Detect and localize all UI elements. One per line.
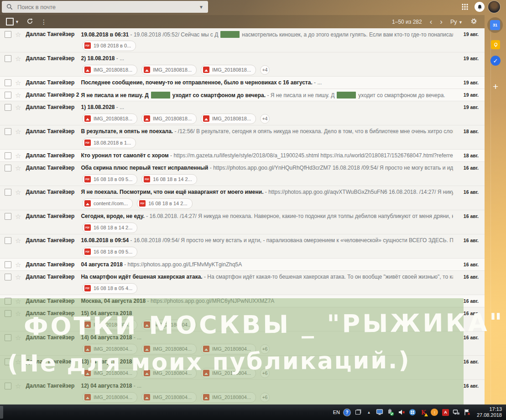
network-status-icon[interactable] — [453, 409, 460, 416]
email-row[interactable]: ☆ Даллас Тангейзер 13) 04 августа 2018 -… — [0, 356, 485, 380]
row-checkbox[interactable] — [5, 298, 11, 305]
star-icon[interactable]: ☆ — [15, 31, 21, 38]
row-checkbox[interactable] — [5, 104, 11, 111]
star-icon[interactable]: ☆ — [15, 213, 21, 220]
star-icon[interactable]: ☆ — [15, 104, 21, 111]
language-indicator[interactable]: EN — [333, 410, 340, 415]
more-options-button[interactable]: ⋮ — [41, 19, 47, 25]
star-icon[interactable]: ☆ — [15, 165, 21, 171]
email-row[interactable]: ☆ Даллас Тангейзер 2 Я не писала и не пи… — [0, 89, 485, 101]
tasks-icon[interactable]: ✓ — [490, 56, 501, 66]
star-icon[interactable]: ☆ — [15, 79, 21, 86]
attachment-chip[interactable]: IMG_20180804... — [141, 320, 197, 330]
star-icon[interactable]: ☆ — [15, 55, 21, 62]
attachment-chip[interactable]: IMG_20180818... — [201, 114, 256, 124]
volume-muted-icon[interactable] — [398, 409, 406, 416]
attachment-chip[interactable]: PDF19 08 2018 в 0... — [82, 41, 136, 51]
star-icon[interactable]: ☆ — [15, 128, 21, 135]
email-row[interactable]: ☆ Даллас Тангейзер Я не поехала. Посмотр… — [0, 186, 485, 210]
attachment-chip[interactable]: IMG_20180804... — [201, 368, 256, 379]
attachment-chip[interactable]: PDF16 08 18 в 14 2... — [137, 198, 192, 209]
attachment-chip[interactable]: PDF16 08 18 в 14 2... — [141, 174, 197, 185]
newer-page-button[interactable]: ‹ — [430, 18, 433, 26]
attachment-chip[interactable]: content://com... — [82, 198, 133, 209]
star-icon[interactable]: ☆ — [15, 310, 21, 317]
attachment-chip[interactable]: PDF16 08 18 в 09 5... — [82, 174, 137, 185]
attachment-chip[interactable]: IMG_20180818... — [82, 65, 137, 75]
email-row[interactable]: ☆ Даллас Тангейзер 16.08.2018 в 09:54 - … — [0, 234, 485, 259]
update-available-icon[interactable]: ↑ — [431, 409, 438, 416]
star-icon[interactable]: ☆ — [15, 261, 21, 268]
attachment-chip[interactable]: IMG_20180818... — [201, 65, 256, 75]
email-row[interactable]: ☆ Даллас Тангейзер Кто уронил тот самолё… — [0, 150, 485, 162]
attachment-chip[interactable]: IMG_20180804... — [141, 368, 197, 379]
row-checkbox[interactable] — [5, 152, 11, 159]
email-row[interactable]: ☆ Даллас Тангейзер 19.08.2018 в 06:31 - … — [0, 28, 485, 52]
row-checkbox[interactable] — [5, 334, 11, 341]
apps-grid-icon[interactable] — [461, 3, 469, 11]
more-attachments-badge[interactable]: +6 — [260, 344, 270, 354]
row-checkbox[interactable] — [5, 358, 11, 365]
select-all-checkbox[interactable]: ▼ — [6, 18, 19, 26]
avatar[interactable] — [488, 1, 500, 13]
taskbar-clock[interactable]: 17:13 27.08.2018 — [477, 406, 503, 418]
row-checkbox[interactable] — [5, 128, 11, 135]
row-checkbox[interactable] — [5, 92, 11, 99]
star-icon[interactable]: ☆ — [15, 274, 21, 280]
show-hidden-icons-button[interactable]: ▲ — [365, 409, 373, 416]
email-row[interactable]: ☆ Даллас Тангейзер 12) 04 августа 2018 -… — [0, 380, 485, 404]
more-attachments-badge[interactable]: +4 — [260, 114, 270, 124]
attachment-chip[interactable]: PDF16 08 18 в 14 2... — [82, 223, 137, 233]
row-checkbox[interactable] — [5, 79, 11, 86]
email-row[interactable]: ☆ Даллас Тангейзер 1) 18.08.2028 - ... 1… — [0, 101, 485, 125]
more-attachments-badge[interactable]: +4 — [260, 65, 270, 75]
select-caret-icon[interactable]: ▼ — [15, 20, 19, 24]
attachment-chip[interactable]: PDF16 08 18 в 09 5... — [82, 247, 137, 257]
attachment-chip[interactable]: IMG_20180804... — [201, 392, 256, 403]
row-checkbox[interactable] — [5, 31, 11, 38]
remote-desktop-icon[interactable] — [376, 409, 384, 416]
star-icon[interactable]: ☆ — [15, 358, 21, 365]
windows-update-icon[interactable] — [409, 409, 417, 416]
row-checkbox[interactable] — [5, 213, 11, 220]
action-center-flag-icon[interactable] — [464, 409, 471, 416]
email-row[interactable]: ☆ Даллас Тангейзер 15) 04 августа 2018 1… — [0, 307, 485, 332]
attachment-chip[interactable]: IMG_20180804... — [82, 392, 137, 403]
star-icon[interactable]: ☆ — [15, 92, 21, 99]
row-checkbox[interactable] — [5, 261, 11, 268]
row-checkbox[interactable] — [5, 55, 11, 62]
attachment-chip[interactable]: IMG_20180804... — [141, 392, 197, 403]
email-row[interactable]: ☆ Даллас Тангейзер В результате, я опять… — [0, 125, 485, 150]
row-checkbox[interactable] — [5, 383, 11, 389]
email-row[interactable]: ☆ Даллас Тангейзер 04 августа 2018 - htt… — [0, 259, 485, 271]
older-page-button[interactable]: › — [440, 18, 443, 26]
email-row[interactable]: ☆ Даллас Тангейзер Москва, 04 августа 20… — [0, 295, 485, 307]
row-checkbox[interactable] — [5, 189, 11, 196]
row-checkbox[interactable] — [5, 274, 11, 280]
row-checkbox[interactable] — [5, 165, 11, 171]
attachment-chip[interactable]: PDF16 08 18 в 05 4... — [82, 283, 137, 294]
email-row[interactable]: ☆ Даллас Тангейзер 14) 04 августа 2018 -… — [0, 332, 485, 356]
star-icon[interactable]: ☆ — [15, 334, 21, 341]
attachment-chip[interactable]: IMG_20180804... — [141, 344, 197, 354]
keep-icon[interactable] — [491, 40, 500, 49]
search-options-caret-icon[interactable]: ▼ — [199, 5, 203, 10]
star-icon[interactable]: ☆ — [15, 152, 21, 159]
window-restore-icon[interactable] — [354, 409, 362, 416]
search-bar[interactable]: Поиск в почте ▼ — [2, 1, 208, 13]
attachment-chip[interactable]: IMG_20180818... — [141, 65, 197, 75]
language-selector[interactable]: Ру ▼ — [450, 19, 463, 25]
adobe-reader-icon[interactable]: A — [442, 409, 449, 416]
email-row[interactable]: ☆ Даллас Тангейзер Сегодня, вроде, не ед… — [0, 210, 485, 234]
star-icon[interactable]: ☆ — [15, 298, 21, 305]
kaspersky-alert-icon[interactable]: K — [420, 409, 428, 416]
row-checkbox[interactable] — [5, 310, 11, 317]
attachment-chip[interactable]: IMG_20180818... — [141, 114, 197, 124]
row-checkbox[interactable] — [5, 237, 11, 244]
attachment-chip[interactable]: IMG_20180818... — [82, 114, 137, 124]
refresh-button[interactable] — [26, 18, 33, 26]
usb-device-icon[interactable] — [387, 409, 395, 416]
calendar-icon[interactable]: 31 — [490, 20, 500, 30]
notifications-icon[interactable] — [475, 2, 485, 12]
star-icon[interactable]: ☆ — [15, 383, 21, 389]
